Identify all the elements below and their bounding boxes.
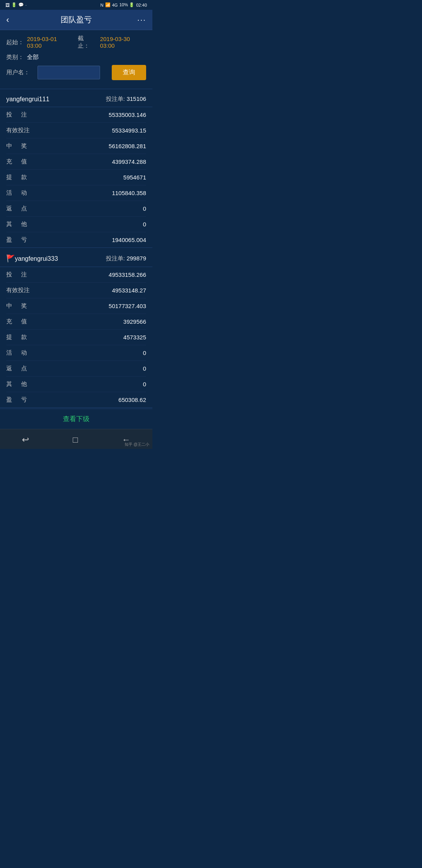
- row-value: 56162808.281: [109, 143, 146, 149]
- user-section-2: 🚩yangfengrui333 投注单: 299879 投 注 49533158…: [0, 249, 152, 408]
- view-lower-section: 查看下级: [0, 409, 152, 429]
- row-value: 55334993.15: [112, 127, 146, 134]
- username-1: yangfengrui111: [6, 96, 49, 103]
- signal-icon: 📶: [105, 2, 111, 7]
- row-value: 55335003.146: [109, 111, 146, 118]
- row-label: 有效投注: [6, 127, 30, 134]
- row-value: 0: [143, 205, 146, 212]
- nav-home-icon: □: [73, 435, 78, 445]
- user-section-1: yangfengrui111 投注单: 315106 投 注 55335003.…: [0, 90, 152, 248]
- row-label: 盈 亏: [6, 236, 29, 244]
- row-value: 4399374.288: [112, 158, 146, 165]
- img-icon: 🖼: [5, 3, 10, 7]
- watermark: 知乎 @王二小: [125, 442, 149, 447]
- nav-home-button[interactable]: □: [65, 433, 86, 447]
- row-label: 中 奖: [6, 142, 29, 150]
- row-label: 其 他: [6, 380, 29, 388]
- table-row: 活 动 0: [6, 345, 146, 361]
- battery-percent: 10% 🔋: [119, 2, 134, 7]
- flag-icon: 🚩: [6, 255, 15, 262]
- order-value-2: 299879: [127, 255, 146, 262]
- table-row: 充 值 3929566: [6, 314, 146, 330]
- status-left-icons: 🖼 🔋 💬 ·: [5, 2, 27, 7]
- table-row: 有效投注 49533148.27: [6, 283, 146, 298]
- row-label: 投 注: [6, 111, 29, 118]
- category-value: 全部: [27, 54, 39, 61]
- end-value: 2019-03-30 03:00: [100, 36, 146, 49]
- data-rows-1: 投 注 55335003.146 有效投注 55334993.15 中 奖 56…: [0, 107, 152, 248]
- dot-icon: ·: [25, 3, 27, 7]
- user-header-1: yangfengrui111 投注单: 315106: [0, 90, 152, 107]
- row-value: 0: [143, 381, 146, 387]
- user-header-2: 🚩yangfengrui333 投注单: 299879: [0, 249, 152, 267]
- table-row: 投 注 55335003.146: [6, 107, 146, 123]
- username-input[interactable]: [38, 66, 100, 79]
- nav-back-button[interactable]: ↩: [14, 433, 37, 447]
- row-label: 返 点: [6, 365, 29, 372]
- row-value: 4573325: [123, 334, 146, 341]
- table-row: 返 点 0: [6, 361, 146, 377]
- row-value: 0: [143, 350, 146, 356]
- row-label: 返 点: [6, 205, 29, 212]
- status-right-info: N 📶 4G 10% 🔋 02:40: [100, 2, 147, 7]
- table-row: 中 奖 50177327.403: [6, 298, 146, 314]
- bottom-nav: ↩ □ ← 知乎 @王二小: [0, 429, 152, 449]
- row-label: 活 动: [6, 189, 29, 197]
- username-label: 用户名：: [6, 69, 30, 76]
- row-label: 提 款: [6, 174, 29, 181]
- separator: 截止：: [78, 35, 95, 50]
- row-value: 1940065.004: [112, 237, 146, 243]
- user-orders-2: 投注单: 299879: [106, 255, 146, 262]
- username-filter-row: 用户名： 查询: [6, 65, 146, 80]
- page-title: 团队盈亏: [19, 14, 134, 25]
- row-value: 3929566: [123, 318, 146, 325]
- table-row: 返 点 0: [6, 201, 146, 217]
- order-label-1: 投注单:: [106, 95, 125, 102]
- table-row: 充 值 4399374.288: [6, 154, 146, 170]
- more-button[interactable]: ···: [134, 15, 146, 24]
- row-value: 0: [143, 221, 146, 228]
- order-value-1: 315106: [127, 95, 146, 102]
- table-row: 有效投注 55334993.15: [6, 123, 146, 138]
- chat-icon: 💬: [18, 2, 24, 7]
- status-bar: 🖼 🔋 💬 · N 📶 4G 10% 🔋 02:40: [0, 0, 152, 10]
- signal-4g-icon: 4G: [112, 3, 118, 7]
- start-label: 起始：: [6, 39, 24, 46]
- row-value: 49533158.266: [109, 271, 146, 278]
- battery-icon: 🔋: [11, 2, 17, 7]
- order-label-2: 投注单:: [106, 255, 125, 262]
- clock: 02:40: [136, 3, 147, 7]
- row-value: 50177327.403: [109, 303, 146, 309]
- back-button[interactable]: ‹: [6, 15, 19, 25]
- header: ‹ 团队盈亏 ···: [0, 10, 152, 30]
- category-label: 类别：: [6, 54, 24, 61]
- data-rows-2: 投 注 49533158.266 有效投注 49533148.27 中 奖 50…: [0, 267, 152, 408]
- start-value: 2019-03-01 03:00: [27, 36, 73, 49]
- network-icon: N: [100, 3, 104, 7]
- table-row: 盈 亏 1940065.004: [6, 232, 146, 247]
- row-value: 650308.62: [118, 396, 146, 403]
- table-row: 活 动 1105840.358: [6, 185, 146, 201]
- table-row: 盈 亏 650308.62: [6, 392, 146, 407]
- row-label: 投 注: [6, 271, 29, 278]
- row-value: 5954671: [123, 174, 146, 181]
- filter-section: 起始： 2019-03-01 03:00 截止： 2019-03-30 03:0…: [0, 30, 152, 89]
- nav-back-icon: ↩: [22, 435, 29, 445]
- row-value: 49533148.27: [112, 287, 146, 294]
- user-orders-1: 投注单: 315106: [106, 95, 146, 103]
- table-row: 投 注 49533158.266: [6, 267, 146, 283]
- row-value: 1105840.358: [112, 190, 146, 196]
- row-label: 其 他: [6, 221, 29, 228]
- row-label: 提 款: [6, 334, 29, 341]
- username-2: 🚩yangfengrui333: [6, 254, 58, 263]
- table-row: 其 他 0: [6, 377, 146, 392]
- table-row: 提 款 4573325: [6, 330, 146, 345]
- view-lower-button[interactable]: 查看下级: [63, 415, 89, 423]
- row-label: 活 动: [6, 349, 29, 357]
- row-value: 0: [143, 365, 146, 372]
- query-button[interactable]: 查询: [112, 65, 146, 80]
- row-label: 盈 亏: [6, 396, 29, 404]
- date-filter-row: 起始： 2019-03-01 03:00 截止： 2019-03-30 03:0…: [6, 35, 146, 50]
- table-row: 其 他 0: [6, 217, 146, 232]
- row-label: 充 值: [6, 318, 29, 325]
